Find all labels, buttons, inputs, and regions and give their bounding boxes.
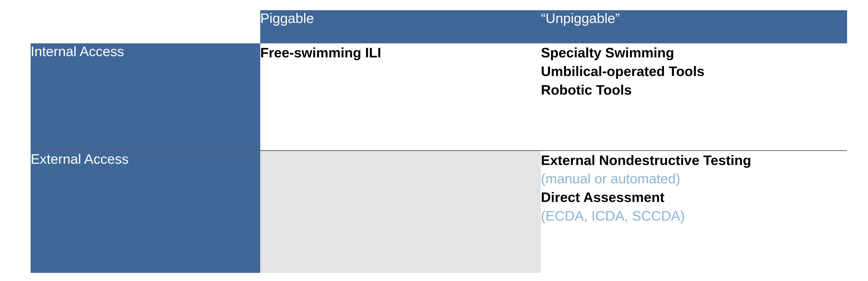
row-header-external: External Access [31, 151, 260, 273]
cell-line: Specialty Swimming [541, 43, 847, 62]
cell-external-piggable [260, 151, 541, 273]
cell-internal-unpiggable: Specialty Swimming Umbilical-operated To… [541, 43, 847, 151]
cell-line: Robotic Tools [541, 81, 847, 99]
cell-line: External Nondestructive Testing [541, 151, 847, 169]
row-header-internal: Internal Access [31, 43, 260, 151]
cell-external-unpiggable: External Nondestructive Testing (manual … [541, 151, 847, 273]
cell-line: Umbilical-operated Tools [541, 62, 847, 81]
cell-subline: (ECDA, ICDA, SCCDA) [541, 207, 847, 225]
cell-internal-piggable: Free-swimming ILI [260, 43, 541, 151]
access-matrix-table: Piggable “Unpiggable” Internal Access Fr… [31, 10, 847, 273]
row-internal: Internal Access Free-swimming ILI Specia… [31, 43, 847, 151]
col-header-unpiggable: “Unpiggable” [541, 10, 847, 43]
col-header-piggable: Piggable [260, 10, 541, 43]
cell-subline: (manual or automated) [541, 169, 847, 188]
corner-cell [31, 10, 260, 43]
table-container: Piggable “Unpiggable” Internal Access Fr… [0, 0, 868, 281]
cell-line: Direct Assessment [541, 188, 847, 207]
header-row: Piggable “Unpiggable” [31, 10, 847, 43]
row-external: External Access External Nondestructive … [31, 151, 847, 273]
